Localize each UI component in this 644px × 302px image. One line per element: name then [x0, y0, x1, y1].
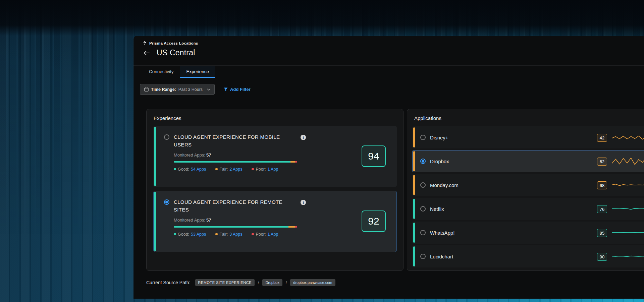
filter-bar: Time Range: Past 3 Hours Add Filter [140, 84, 644, 95]
poor-dot [252, 233, 254, 235]
time-range-value: Past 3 Hours [178, 87, 203, 92]
card-accent-bar [154, 192, 156, 251]
app-header: Prisma Access Locations US Central [133, 36, 644, 66]
good-apps-link[interactable]: 54 Apps [191, 167, 206, 172]
app-sparkline [612, 252, 644, 262]
apps-health-legend: Good:54 Apps Fair:2 Apps Poor:1 App [174, 167, 306, 172]
app-name: Disney+ [430, 135, 448, 140]
back-button[interactable] [143, 50, 150, 56]
source-path-label: Current Source Path: [146, 280, 191, 285]
source-path-chip-domain[interactable]: dropbox.panwsase.com [290, 279, 335, 286]
radio-disney[interactable] [420, 135, 426, 140]
app-score-badge: 42 [597, 134, 607, 142]
app-sparkline [612, 133, 644, 143]
app-row-dropbox[interactable]: Dropbox 62 [412, 150, 644, 172]
row-accent-bar [413, 199, 415, 219]
app-row-disney[interactable]: Disney+ 42 [412, 126, 644, 148]
good-dot [174, 233, 176, 235]
row-accent-bar [413, 127, 415, 147]
experience-score-badge: 92 [362, 210, 386, 232]
row-accent-bar [413, 246, 415, 266]
app-name: Dropbox [430, 159, 449, 164]
app-sparkline [612, 180, 644, 190]
poor-apps-link[interactable]: 1 App [267, 232, 278, 237]
app-sparkline [612, 228, 644, 238]
app-score-badge: 76 [597, 205, 607, 213]
app-window: Prisma Access Locations US Central Conne… [133, 36, 644, 299]
page-title: US Central [157, 48, 195, 57]
applications-title: Applications [414, 115, 644, 121]
experience-score-badge: 94 [362, 145, 386, 167]
card-accent-bar [154, 127, 156, 186]
tab-bar: Connectivity Experience [133, 66, 644, 78]
applications-panel: Applications Disney+ 42 Dropbox 62 Monda… [407, 109, 644, 271]
apps-health-bar [174, 161, 297, 163]
radio-remote-sites[interactable] [164, 199, 169, 205]
radio-netflix[interactable] [420, 206, 426, 212]
time-range-label: Time Range: [151, 87, 176, 92]
app-row-netflix[interactable]: Netflix 76 [412, 198, 644, 220]
top-band [0, 0, 644, 36]
app-name: WhatsApp! [430, 230, 454, 236]
app-sparkline [612, 204, 644, 214]
arrow-left-icon [144, 51, 150, 55]
radio-mobile-users[interactable] [164, 134, 169, 140]
tab-connectivity[interactable]: Connectivity [143, 66, 180, 78]
app-label: Prisma Access Locations [149, 41, 198, 45]
row-accent-bar [413, 223, 415, 243]
experience-card-title: CLOUD AGENT EXPERIENCE FOR MOBILE USERS [174, 133, 292, 149]
fair-dot [215, 168, 218, 170]
app-score-badge: 90 [597, 253, 607, 261]
app-name: Monday.com [430, 182, 459, 188]
app-row-lucidchart[interactable]: Lucidchart 90 [412, 245, 644, 267]
radio-whatsapp[interactable] [420, 230, 426, 235]
calendar-icon [144, 87, 149, 92]
monitored-apps: Monitored Apps:57 [174, 218, 306, 223]
current-source-path: Current Source Path: REMOTE SITE EXPERIE… [146, 279, 335, 286]
source-path-separator: / [286, 280, 287, 285]
app-row-monday[interactable]: Monday.com 68 [412, 174, 644, 196]
info-icon[interactable]: i [301, 200, 306, 205]
source-path-separator: / [258, 280, 259, 285]
app-sparkline [612, 157, 644, 167]
time-range-dropdown[interactable]: Time Range: Past 3 Hours [140, 84, 215, 95]
apps-health-legend: Good:53 Apps Fair:3 Apps Poor:1 App [174, 232, 306, 237]
fair-dot [215, 233, 218, 235]
app-row-whatsapp[interactable]: WhatsApp! 85 [412, 222, 644, 244]
tab-experience[interactable]: Experience [180, 66, 216, 78]
apps-health-bar [174, 226, 297, 228]
row-accent-bar [413, 151, 415, 171]
prisma-logo-icon [143, 41, 147, 45]
experiences-panel: Experiences CLOUD AGENT EXPERIENCE FOR M… [146, 109, 404, 271]
source-path-chip-app[interactable]: Dropbox [262, 279, 282, 286]
experience-card-mobile-users[interactable]: CLOUD AGENT EXPERIENCE FOR MOBILE USERS … [153, 126, 397, 187]
experience-card-remote-sites[interactable]: CLOUD AGENT EXPERIENCE FOR REMOTE SITES … [153, 191, 397, 252]
radio-monday[interactable] [420, 182, 426, 188]
source-path-chip-experience[interactable]: REMOTE SITE EXPERIENCE [195, 279, 255, 286]
app-score-badge: 85 [597, 229, 607, 237]
poor-dot [252, 168, 254, 170]
poor-apps-link[interactable]: 1 App [267, 167, 278, 172]
chevron-down-icon [207, 88, 210, 90]
radio-dropbox[interactable] [420, 159, 426, 164]
add-filter-label: Add Filter [230, 87, 251, 92]
fair-apps-link[interactable]: 3 Apps [229, 232, 242, 237]
app-score-badge: 68 [597, 181, 607, 189]
info-icon[interactable]: i [301, 135, 306, 140]
app-name: Lucidchart [430, 254, 453, 259]
row-accent-bar [413, 175, 415, 195]
filter-funnel-icon [224, 87, 228, 92]
radio-lucidchart[interactable] [420, 254, 426, 259]
good-dot [174, 168, 176, 170]
add-filter-button[interactable]: Add Filter [224, 87, 251, 92]
fair-apps-link[interactable]: 2 Apps [229, 167, 242, 172]
good-apps-link[interactable]: 53 Apps [191, 232, 206, 237]
app-score-badge: 62 [597, 158, 607, 166]
experience-card-title: CLOUD AGENT EXPERIENCE FOR REMOTE SITES [174, 198, 292, 214]
monitored-apps: Monitored Apps:57 [174, 153, 306, 158]
app-name: Netflix [430, 206, 444, 212]
experiences-title: Experiences [154, 115, 403, 121]
